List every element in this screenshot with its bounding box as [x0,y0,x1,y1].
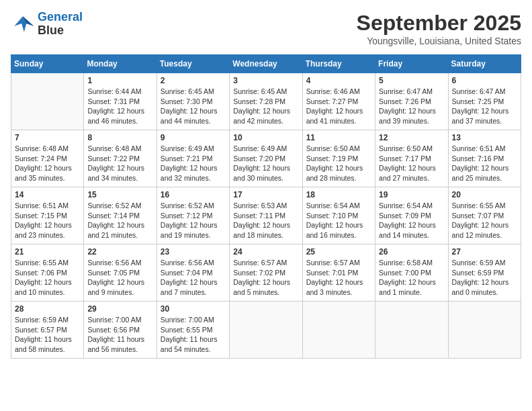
day-info: Sunrise: 6:54 AMSunset: 7:10 PMDaylight:… [306,201,371,240]
day-info: Sunrise: 6:48 AMSunset: 7:22 PMDaylight:… [87,144,152,183]
day-number: 11 [306,133,371,142]
calendar-cell: 28Sunrise: 6:59 AMSunset: 6:57 PMDayligh… [11,302,84,359]
day-number: 15 [87,190,152,199]
calendar-header-row: SundayMondayTuesdayWednesdayThursdayFrid… [11,55,521,73]
calendar-cell: 15Sunrise: 6:52 AMSunset: 7:14 PMDayligh… [84,187,157,244]
calendar-cell: 1Sunrise: 6:44 AMSunset: 7:31 PMDaylight… [84,73,157,130]
day-number: 5 [379,76,444,85]
day-header-sunday: Sunday [11,55,84,73]
day-header-saturday: Saturday [448,55,521,73]
calendar-cell: 9Sunrise: 6:49 AMSunset: 7:21 PMDaylight… [157,130,229,187]
day-info: Sunrise: 6:44 AMSunset: 7:31 PMDaylight:… [87,87,152,126]
day-info: Sunrise: 6:55 AMSunset: 7:06 PMDaylight:… [15,258,80,298]
day-info: Sunrise: 6:54 AMSunset: 7:09 PMDaylight:… [379,201,444,240]
day-info: Sunrise: 6:56 AMSunset: 7:04 PMDaylight:… [161,258,226,298]
calendar-cell: 8Sunrise: 6:48 AMSunset: 7:22 PMDaylight… [84,130,157,187]
day-header-thursday: Thursday [302,55,375,73]
day-info: Sunrise: 6:59 AMSunset: 6:59 PMDaylight:… [452,258,517,298]
logo: General Blue [11,11,83,38]
day-info: Sunrise: 6:48 AMSunset: 7:24 PMDaylight:… [15,144,80,183]
day-number: 7 [15,133,80,142]
day-info: Sunrise: 6:50 AMSunset: 7:19 PMDaylight:… [306,144,371,183]
calendar-cell: 19Sunrise: 6:54 AMSunset: 7:09 PMDayligh… [375,187,448,244]
day-number: 21 [15,247,80,257]
calendar-cell: 12Sunrise: 6:50 AMSunset: 7:17 PMDayligh… [375,130,448,187]
day-number: 18 [306,190,371,199]
day-number: 30 [161,304,226,314]
calendar-cell: 2Sunrise: 6:45 AMSunset: 7:30 PMDaylight… [157,73,229,130]
day-number: 19 [379,190,444,199]
day-info: Sunrise: 6:57 AMSunset: 7:01 PMDaylight:… [306,258,371,298]
calendar-cell: 11Sunrise: 6:50 AMSunset: 7:19 PMDayligh… [302,130,375,187]
calendar-cell: 23Sunrise: 6:56 AMSunset: 7:04 PMDayligh… [157,244,229,302]
week-row-5: 28Sunrise: 6:59 AMSunset: 6:57 PMDayligh… [11,302,521,359]
calendar-cell [230,302,302,359]
day-info: Sunrise: 6:52 AMSunset: 7:12 PMDaylight:… [161,201,226,240]
calendar-cell: 6Sunrise: 6:47 AMSunset: 7:25 PMDaylight… [448,73,521,130]
day-info: Sunrise: 6:49 AMSunset: 7:21 PMDaylight:… [161,144,226,183]
day-number: 24 [233,247,298,257]
calendar-cell: 26Sunrise: 6:58 AMSunset: 7:00 PMDayligh… [375,244,448,302]
day-number: 17 [233,190,298,199]
day-number: 6 [452,76,517,85]
calendar-cell: 25Sunrise: 6:57 AMSunset: 7:01 PMDayligh… [302,244,375,302]
day-number: 14 [15,190,80,199]
calendar-cell: 3Sunrise: 6:45 AMSunset: 7:28 PMDaylight… [230,73,302,130]
day-header-tuesday: Tuesday [157,55,229,73]
calendar-cell: 22Sunrise: 6:56 AMSunset: 7:05 PMDayligh… [84,244,157,302]
day-info: Sunrise: 6:47 AMSunset: 7:26 PMDaylight:… [379,87,444,126]
calendar-cell: 10Sunrise: 6:49 AMSunset: 7:20 PMDayligh… [230,130,302,187]
day-info: Sunrise: 6:46 AMSunset: 7:27 PMDaylight:… [306,87,371,126]
day-number: 9 [161,133,226,142]
calendar-cell: 17Sunrise: 6:53 AMSunset: 7:11 PMDayligh… [230,187,302,244]
day-number: 25 [306,247,371,257]
logo-icon [11,15,35,34]
calendar-cell: 7Sunrise: 6:48 AMSunset: 7:24 PMDaylight… [11,130,84,187]
day-info: Sunrise: 6:50 AMSunset: 7:17 PMDaylight:… [379,144,444,183]
day-info: Sunrise: 6:45 AMSunset: 7:30 PMDaylight:… [161,87,226,126]
logo-text: General Blue [38,11,83,38]
calendar-cell: 20Sunrise: 6:55 AMSunset: 7:07 PMDayligh… [448,187,521,244]
calendar-cell: 30Sunrise: 7:00 AMSunset: 6:55 PMDayligh… [157,302,229,359]
day-header-wednesday: Wednesday [230,55,302,73]
day-number: 22 [87,247,152,257]
calendar-cell: 27Sunrise: 6:59 AMSunset: 6:59 PMDayligh… [448,244,521,302]
calendar-table: SundayMondayTuesdayWednesdayThursdayFrid… [11,54,521,359]
day-number: 29 [87,304,152,314]
day-info: Sunrise: 6:45 AMSunset: 7:28 PMDaylight:… [233,87,298,126]
day-number: 16 [161,190,226,199]
day-number: 27 [452,247,517,257]
calendar-cell: 29Sunrise: 7:00 AMSunset: 6:56 PMDayligh… [84,302,157,359]
calendar-cell [448,302,521,359]
day-number: 20 [452,190,517,199]
day-info: Sunrise: 6:58 AMSunset: 7:00 PMDaylight:… [379,258,444,298]
week-row-4: 21Sunrise: 6:55 AMSunset: 7:06 PMDayligh… [11,244,521,302]
week-row-3: 14Sunrise: 6:51 AMSunset: 7:15 PMDayligh… [11,187,521,244]
calendar-cell: 18Sunrise: 6:54 AMSunset: 7:10 PMDayligh… [302,187,375,244]
day-info: Sunrise: 6:55 AMSunset: 7:07 PMDaylight:… [452,201,517,240]
month-title: September 2025 [357,11,521,36]
day-header-monday: Monday [84,55,157,73]
calendar-cell: 21Sunrise: 6:55 AMSunset: 7:06 PMDayligh… [11,244,84,302]
day-info: Sunrise: 6:59 AMSunset: 6:57 PMDaylight:… [15,315,80,355]
calendar-cell: 4Sunrise: 6:46 AMSunset: 7:27 PMDaylight… [302,73,375,130]
day-info: Sunrise: 7:00 AMSunset: 6:56 PMDaylight:… [87,315,152,355]
day-number: 2 [161,76,226,85]
day-info: Sunrise: 6:53 AMSunset: 7:11 PMDaylight:… [233,201,298,240]
calendar-cell: 13Sunrise: 6:51 AMSunset: 7:16 PMDayligh… [448,130,521,187]
day-info: Sunrise: 6:56 AMSunset: 7:05 PMDaylight:… [87,258,152,298]
calendar-cell: 24Sunrise: 6:57 AMSunset: 7:02 PMDayligh… [230,244,302,302]
week-row-1: 1Sunrise: 6:44 AMSunset: 7:31 PMDaylight… [11,73,521,130]
calendar-cell [302,302,375,359]
day-number: 3 [233,76,298,85]
calendar-cell: 14Sunrise: 6:51 AMSunset: 7:15 PMDayligh… [11,187,84,244]
day-number: 28 [15,304,80,314]
title-block: September 2025 Youngsville, Louisiana, U… [357,11,521,46]
day-info: Sunrise: 6:52 AMSunset: 7:14 PMDaylight:… [87,201,152,240]
day-info: Sunrise: 7:00 AMSunset: 6:55 PMDaylight:… [161,315,226,355]
day-info: Sunrise: 6:51 AMSunset: 7:16 PMDaylight:… [452,144,517,183]
calendar-cell: 16Sunrise: 6:52 AMSunset: 7:12 PMDayligh… [157,187,229,244]
page-header: General Blue September 2025 Youngsville,… [11,11,521,46]
day-number: 26 [379,247,444,257]
calendar-cell [375,302,448,359]
